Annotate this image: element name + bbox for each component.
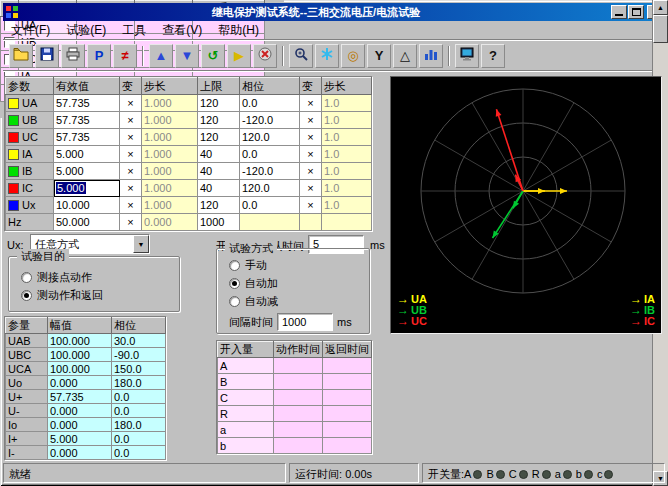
param-var2-cell[interactable] [300,214,322,231]
param-var2-cell[interactable]: × [300,197,322,214]
param-phase-cell[interactable]: -120.0 [240,163,300,180]
step-down-button[interactable]: ▼ [175,44,199,68]
param-var-cell[interactable]: × [120,180,142,197]
monitor-button[interactable] [455,44,479,68]
param-phase-cell[interactable]: 120.0 [240,180,300,197]
menu-item-1[interactable]: 试验(E) [58,20,114,41]
bars-button[interactable] [419,44,443,68]
param-var2-cell[interactable]: × [300,146,322,163]
menu-item-4[interactable]: 帮助(H) [210,20,267,41]
mode-option-0[interactable]: 手动 [229,258,369,273]
param-limit-cell[interactable]: 120 [198,95,240,112]
zoom-button[interactable] [289,44,313,68]
param-name-cell[interactable]: UB [6,112,54,129]
param-limit-cell[interactable]: 120 [198,129,240,146]
param-var-cell[interactable]: × [120,95,142,112]
param-phase-cell[interactable]: 0.0 [240,197,300,214]
param-step-cell[interactable]: 1.000 [142,197,198,214]
triangle-button[interactable]: △ [393,44,417,68]
param-step-cell[interactable]: 1.000 [142,129,198,146]
param-var-cell[interactable]: × [120,112,142,129]
param-var-cell[interactable]: × [120,214,142,231]
undo-button[interactable]: ↺ [201,44,225,68]
mode-option-1[interactable]: 自动加 [229,276,369,291]
param-step2-cell[interactable] [322,214,372,231]
target-button[interactable]: ◎ [341,44,365,68]
maximize-icon [632,8,641,16]
open-button[interactable] [9,44,33,68]
switch-led-icon [519,470,528,479]
param-var2-cell[interactable]: × [300,180,322,197]
param-value-cell[interactable]: 57.735 [54,129,120,146]
param-step-cell[interactable]: 1.000 [142,95,198,112]
star-button[interactable] [315,44,339,68]
param-step2-cell[interactable]: 1.0 [322,95,372,112]
param-step2-cell[interactable]: 1.0 [322,112,372,129]
p-mode-button[interactable]: P [87,44,111,68]
param-limit-cell[interactable]: 120 [198,197,240,214]
param-var2-cell[interactable]: × [300,112,322,129]
param-value-cell[interactable]: 50.000 [54,214,120,231]
param-limit-cell[interactable]: 120 [198,112,240,129]
param-step-cell[interactable]: 1.000 [142,180,198,197]
param-phase-cell[interactable]: -120.0 [240,112,300,129]
param-value-cell[interactable]: 5.000 [54,163,120,180]
interval-input[interactable]: 1000 [277,313,333,331]
param-var2-cell[interactable]: × [300,163,322,180]
param-value-cell[interactable]: 5.000 [54,180,120,197]
param-limit-cell[interactable]: 40 [198,180,240,197]
param-phase-cell[interactable]: 120.0 [240,129,300,146]
purpose-option-0[interactable]: 测接点动作 [21,270,179,285]
run-button[interactable]: ▶ [227,44,251,68]
input-act-time-cell [274,438,323,454]
help-button[interactable]: ? [481,44,505,68]
param-step2-cell[interactable]: 1.0 [322,197,372,214]
param-value-cell[interactable]: 10.000 [54,197,120,214]
param-var2-cell[interactable]: × [300,129,322,146]
maximize-button[interactable] [628,5,644,19]
param-name-cell[interactable]: UC [6,129,54,146]
param-phase-cell[interactable] [240,214,300,231]
menu-item-0[interactable]: 文件(F) [3,20,58,41]
param-name-cell[interactable]: IB [6,163,54,180]
minimize-button[interactable] [611,5,627,19]
derived-amplitude-cell: 100.000 [48,362,112,376]
menu-item-2[interactable]: 工具 [114,20,154,41]
param-name-cell[interactable]: Ux [6,197,54,214]
param-limit-cell[interactable]: 1000 [198,214,240,231]
stop-button[interactable] [253,44,277,68]
param-name-cell[interactable]: IA [6,146,54,163]
param-step-cell[interactable]: 1.000 [142,146,198,163]
param-step2-cell[interactable]: 1.0 [322,146,372,163]
menu-item-3[interactable]: 查看(V) [154,20,210,41]
mode-option-2[interactable]: 自动减 [229,294,369,309]
save-button[interactable] [35,44,59,68]
vector-y-button[interactable]: Y [367,44,391,68]
purpose-option-1[interactable]: 测动作和返回 [21,288,179,303]
param-var-cell[interactable]: × [120,197,142,214]
param-step2-cell[interactable]: 1.0 [322,163,372,180]
dropdown-arrow-icon[interactable]: ▼ [133,235,149,253]
param-var-cell[interactable]: × [120,163,142,180]
param-phase-cell[interactable]: 0.0 [240,95,300,112]
param-value-cell[interactable]: 57.735 [54,95,120,112]
param-step-cell[interactable]: 1.000 [142,112,198,129]
param-value-cell[interactable]: 57.735 [54,112,120,129]
step-up-button[interactable]: ▲ [149,44,173,68]
param-step2-cell[interactable]: 1.0 [322,180,372,197]
param-name-cell[interactable]: IC [6,180,54,197]
param-limit-cell[interactable]: 40 [198,163,240,180]
param-step2-cell[interactable]: 1.0 [322,129,372,146]
param-var-cell[interactable]: × [120,129,142,146]
phase-button[interactable]: ≠ [113,44,137,68]
param-step-cell[interactable]: 1.000 [142,163,198,180]
print-button[interactable] [61,44,85,68]
param-name-cell[interactable]: UA [6,95,54,112]
param-step-cell[interactable]: 0.000 [142,214,198,231]
param-var-cell[interactable]: × [120,146,142,163]
param-phase-cell[interactable]: 0.0 [240,146,300,163]
param-var2-cell[interactable]: × [300,95,322,112]
param-name-cell[interactable]: Hz [6,214,54,231]
param-limit-cell[interactable]: 40 [198,146,240,163]
param-value-cell[interactable]: 5.000 [54,146,120,163]
